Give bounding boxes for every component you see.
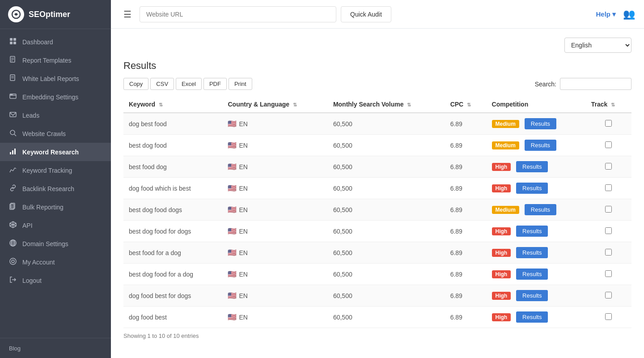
svg-rect-1 xyxy=(10,38,13,41)
track-checkbox[interactable] xyxy=(605,313,612,320)
cell-country-language: 🇺🇸 EN xyxy=(222,307,327,328)
table-row: best dog food dogs 🇺🇸 EN 60,500 6.89 Med… xyxy=(123,199,631,221)
sidebar-item-logout[interactable]: Logout xyxy=(0,271,111,290)
cell-country-language: 🇺🇸 EN xyxy=(222,199,327,221)
cell-country-language: 🇺🇸 EN xyxy=(222,178,327,199)
flag-icon: 🇺🇸 xyxy=(228,227,237,235)
header-row: Keyword ⇅ Country & Language ⇅ Monthly S… xyxy=(123,96,631,113)
svg-line-24 xyxy=(13,168,15,171)
cell-keyword: best dog food dogs xyxy=(123,199,222,221)
sidebar-item-my-account[interactable]: My Account xyxy=(0,253,111,271)
svg-rect-21 xyxy=(14,149,16,154)
svg-point-39 xyxy=(12,260,14,263)
cell-competition: High Results xyxy=(487,285,586,307)
sidebar-item-embedding-settings[interactable]: Embedding Settings xyxy=(0,88,111,106)
cell-cpc: 6.89 xyxy=(445,242,487,264)
nav-label-backlink-research: Backlink Research xyxy=(22,185,74,192)
svg-point-14 xyxy=(11,94,12,95)
sidebar-item-website-crawls[interactable]: Website Crawls xyxy=(0,124,111,143)
blog-link[interactable]: Blog xyxy=(9,345,21,352)
sidebar-item-api[interactable]: API xyxy=(0,216,111,234)
hamburger-button[interactable]: ☰ xyxy=(120,7,135,21)
cell-country-language: 🇺🇸 EN xyxy=(222,135,327,156)
results-button[interactable]: Results xyxy=(516,226,548,237)
table-row: best dog food for a dog 🇺🇸 EN 60,500 6.8… xyxy=(123,264,631,285)
cell-keyword: dog food best for dogs xyxy=(123,285,222,307)
export-csv-button[interactable]: CSV xyxy=(150,78,174,90)
sidebar-nav: Dashboard Report Templates White Label R… xyxy=(0,29,111,338)
cell-keyword: dog food best xyxy=(123,307,222,328)
sidebar-item-domain-settings[interactable]: Domain Settings xyxy=(0,234,111,253)
nav-label-leads: Leads xyxy=(22,112,39,119)
track-checkbox[interactable] xyxy=(605,227,612,234)
cell-cpc: 6.89 xyxy=(445,156,487,178)
nav-label-report-templates: Report Templates xyxy=(22,57,71,64)
sidebar-item-backlink-research[interactable]: Backlink Research xyxy=(0,179,111,198)
table-row: dog food best 🇺🇸 EN 60,500 6.89 High Res… xyxy=(123,307,631,328)
sidebar-item-keyword-research[interactable]: Keyword Research xyxy=(0,143,111,161)
track-checkbox[interactable] xyxy=(605,184,612,191)
competition-badge: High xyxy=(492,270,511,278)
cell-track xyxy=(586,264,631,285)
nav-icon-embedding-settings xyxy=(9,93,17,101)
track-checkbox[interactable] xyxy=(605,120,612,127)
nav-icon-backlink-research xyxy=(9,184,17,193)
sidebar-item-white-label-reports[interactable]: White Label Reports xyxy=(0,69,111,88)
results-button[interactable]: Results xyxy=(525,118,556,129)
quick-audit-button[interactable]: Quick Audit xyxy=(341,6,391,22)
results-button[interactable]: Results xyxy=(516,247,548,258)
website-url-input[interactable] xyxy=(140,6,336,22)
results-button[interactable]: Results xyxy=(516,183,548,194)
search-input[interactable] xyxy=(560,78,631,90)
track-checkbox[interactable] xyxy=(605,292,612,298)
sidebar-item-report-templates[interactable]: Report Templates xyxy=(0,51,111,69)
results-button[interactable]: Results xyxy=(516,311,548,323)
track-checkbox[interactable] xyxy=(605,163,612,170)
cell-competition: Medium Results xyxy=(487,199,586,221)
export-copy-button[interactable]: Copy xyxy=(123,78,148,90)
cell-track xyxy=(586,221,631,242)
search-bar: Search: xyxy=(535,78,631,90)
export-bar: CopyCSVExcelPDFPrint Search: xyxy=(123,78,631,90)
cell-track xyxy=(586,199,631,221)
language-select[interactable]: EnglishSpanishFrenchGermanItalian xyxy=(564,38,631,53)
content-area: EnglishSpanishFrenchGermanItalian Result… xyxy=(111,29,644,358)
sidebar-item-keyword-tracking[interactable]: Keyword Tracking xyxy=(0,161,111,179)
results-button[interactable]: Results xyxy=(516,268,548,280)
cell-country-language: 🇺🇸 EN xyxy=(222,242,327,264)
user-avatar-icon[interactable]: 👥 xyxy=(623,9,635,20)
results-title: Results xyxy=(123,60,631,72)
track-checkbox[interactable] xyxy=(605,141,612,148)
cell-track xyxy=(586,113,631,135)
export-print-button[interactable]: Print xyxy=(229,78,252,90)
cell-track xyxy=(586,307,631,328)
flag-icon: 🇺🇸 xyxy=(228,248,237,257)
track-checkbox[interactable] xyxy=(605,249,612,256)
language-code: EN xyxy=(239,228,247,235)
competition-badge: Medium xyxy=(492,206,519,214)
sidebar-item-bulk-reporting[interactable]: Bulk Reporting xyxy=(0,198,111,216)
cell-monthly-volume: 60,500 xyxy=(328,285,445,307)
col-monthly-search-volume: Monthly Search Volume ⇅ xyxy=(328,96,445,113)
competition-badge: High xyxy=(492,249,511,257)
svg-rect-2 xyxy=(13,38,16,41)
results-button[interactable]: Results xyxy=(525,204,556,215)
flag-icon: 🇺🇸 xyxy=(228,184,237,192)
cell-monthly-volume: 60,500 xyxy=(328,178,445,199)
flag-icon: 🇺🇸 xyxy=(228,270,237,278)
export-pdf-button[interactable]: PDF xyxy=(203,78,227,90)
results-button[interactable]: Results xyxy=(516,161,548,172)
language-code: EN xyxy=(239,206,247,213)
track-checkbox[interactable] xyxy=(605,270,612,277)
header-right: Help ▾ 👥 xyxy=(596,9,635,20)
svg-point-40 xyxy=(10,258,16,264)
sidebar-item-leads[interactable]: Leads xyxy=(0,106,111,124)
results-button[interactable]: Results xyxy=(516,290,548,301)
sidebar-item-dashboard[interactable]: Dashboard xyxy=(0,33,111,51)
track-checkbox[interactable] xyxy=(605,206,612,213)
help-button[interactable]: Help ▾ xyxy=(596,10,616,18)
results-button[interactable]: Results xyxy=(525,140,556,151)
export-excel-button[interactable]: Excel xyxy=(176,78,202,90)
results-table: Keyword ⇅ Country & Language ⇅ Monthly S… xyxy=(123,96,631,328)
cell-competition: High Results xyxy=(487,156,586,178)
